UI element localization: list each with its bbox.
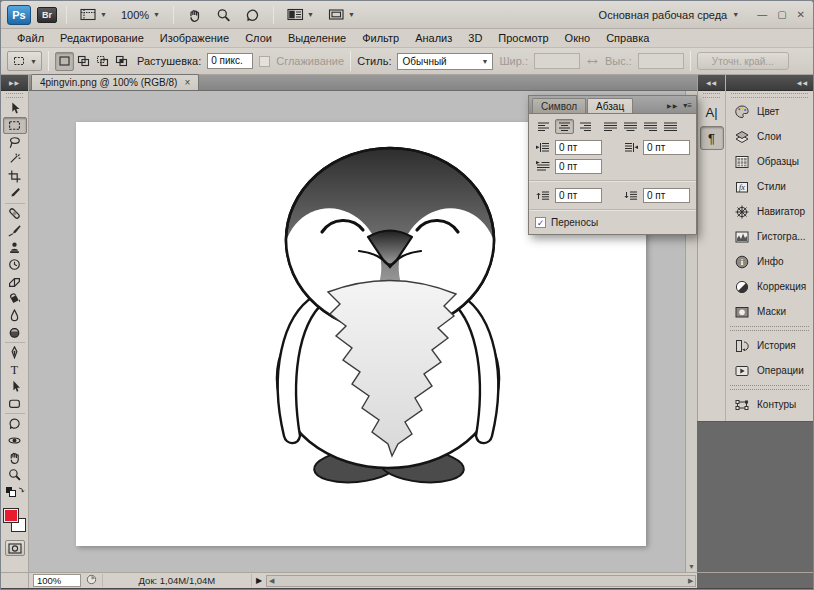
justify-last-left-button[interactable] (601, 119, 620, 134)
minimize-button[interactable]: — (757, 9, 767, 20)
menu-image[interactable]: Изображение (152, 30, 237, 46)
paragraph-panel-button[interactable]: ¶ (700, 126, 724, 150)
pen-tool[interactable] (3, 344, 27, 361)
intersect-selection-button[interactable] (112, 52, 131, 71)
character-panel-button[interactable]: A| (700, 100, 724, 124)
hyphenate-checkbox[interactable]: ✓ (535, 217, 546, 228)
screen-mode-button[interactable]: ▼ (324, 6, 359, 23)
panel-button-adjustments[interactable]: Коррекция (726, 274, 813, 299)
scroll-left-icon[interactable]: ◀ (269, 577, 274, 584)
shape-tool[interactable] (3, 395, 27, 412)
panel-button-actions[interactable]: Операции (726, 358, 813, 383)
tab-paragraph[interactable]: Абзац (587, 98, 633, 113)
menu-help[interactable]: Справка (598, 30, 657, 46)
indent-right-input[interactable]: 0 пт (643, 140, 690, 155)
panel-button-swatches[interactable]: Образцы (726, 149, 813, 174)
rectangular-marquee-tool[interactable] (3, 117, 27, 134)
menu-analysis[interactable]: Анализ (407, 30, 460, 46)
menu-window[interactable]: Окно (557, 30, 599, 46)
clone-stamp-tool[interactable] (3, 239, 27, 256)
burn-tool[interactable] (3, 324, 27, 341)
panel-button-histogram[interactable]: Гистогра... (726, 224, 813, 249)
panel-grip[interactable] (731, 93, 808, 98)
launch-bridge-button[interactable]: Br (37, 7, 57, 23)
type-dock-collapse-header[interactable]: ◀◀ (698, 75, 725, 91)
maximize-button[interactable]: ▢ (777, 9, 786, 20)
panel-button-navigator[interactable]: Навигатор (726, 199, 813, 224)
menu-layers[interactable]: Слои (237, 30, 280, 46)
foreground-color-swatch[interactable] (3, 508, 19, 523)
height-input[interactable] (638, 53, 684, 69)
justify-all-button[interactable] (661, 119, 680, 134)
document-size-info[interactable]: Док: 1,04M/1,04M (102, 574, 252, 587)
history-brush-tool[interactable] (3, 256, 27, 273)
menu-edit[interactable]: Редактирование (52, 30, 152, 46)
space-before-input[interactable]: 0 пт (555, 188, 602, 203)
width-input[interactable] (534, 53, 580, 69)
3d-rotate-tool[interactable] (3, 415, 27, 432)
move-tool[interactable] (3, 100, 27, 117)
panel-button-layers[interactable]: Слои (726, 124, 813, 149)
add-to-selection-button[interactable] (74, 52, 93, 71)
eraser-tool[interactable] (3, 273, 27, 290)
menu-select[interactable]: Выделение (280, 30, 354, 46)
3d-orbit-tool[interactable] (3, 432, 27, 449)
eyedropper-tool[interactable] (3, 185, 27, 202)
panel-button-masks[interactable]: Маски (726, 299, 813, 324)
panel-button-styles[interactable]: fx Стили (726, 174, 813, 199)
tools-panel-collapse-header[interactable]: ▶▶ (1, 75, 28, 91)
panel-grip[interactable] (703, 93, 720, 98)
align-center-button[interactable] (555, 119, 574, 134)
justify-last-center-button[interactable] (621, 119, 640, 134)
justify-last-right-button[interactable] (641, 119, 660, 134)
paint-bucket-tool[interactable] (3, 290, 27, 307)
scroll-down-icon[interactable]: ▼ (688, 563, 695, 570)
magic-wand-tool[interactable] (3, 151, 27, 168)
arrange-documents-button[interactable]: ▼ (283, 6, 318, 23)
hand-tool[interactable] (3, 449, 27, 466)
subtract-from-selection-button[interactable] (93, 52, 112, 71)
workspace-switcher[interactable]: Основная рабочая среда ▼ (593, 7, 746, 23)
type-tool[interactable]: T (3, 361, 27, 378)
default-colors-control[interactable] (5, 486, 25, 498)
new-selection-button[interactable] (55, 52, 74, 71)
tab-character[interactable]: Символ (532, 98, 586, 113)
indent-left-input[interactable]: 0 пт (555, 140, 602, 155)
tool-preset-picker[interactable]: ▼ (7, 51, 42, 71)
panel-collapse-icon[interactable]: ▶▶ (667, 102, 678, 109)
horizontal-scrollbar[interactable]: ◀ ▶ (266, 575, 696, 587)
lasso-tool[interactable] (3, 134, 27, 151)
zoom-tool[interactable] (3, 466, 27, 483)
align-left-button[interactable] (535, 119, 554, 134)
status-flyout-button[interactable]: ▶ (256, 576, 262, 585)
crop-tool[interactable] (3, 168, 27, 185)
panel-button-history[interactable]: История (726, 333, 813, 358)
zoom-level-select[interactable]: 100% ▼ (117, 7, 164, 23)
panel-menu-icon[interactable]: ▾≡ (683, 101, 692, 110)
panel-button-paths[interactable]: Контуры (726, 392, 813, 417)
blur-tool[interactable] (3, 307, 27, 324)
indent-first-line-input[interactable]: 0 пт (555, 159, 602, 174)
path-selection-tool[interactable] (3, 378, 27, 395)
feather-input[interactable]: 0 пикс. (207, 53, 253, 69)
menu-view[interactable]: Просмотр (490, 30, 556, 46)
panel-grip[interactable] (6, 93, 23, 98)
style-select[interactable]: Обычный ▼ (397, 53, 493, 70)
menu-file[interactable]: Файл (9, 30, 52, 46)
panel-button-color[interactable]: Цвет (726, 99, 813, 124)
healing-brush-tool[interactable] (3, 205, 27, 222)
status-zoom-input[interactable]: 100% (33, 574, 81, 587)
brush-tool[interactable] (3, 222, 27, 239)
antialias-checkbox[interactable] (259, 56, 270, 67)
document-tab[interactable]: 4pingvin.png @ 100% (RGB/8) × (31, 74, 199, 90)
hand-tool-button[interactable] (183, 6, 206, 24)
refine-edge-button[interactable]: Уточн. край... (697, 52, 789, 70)
panels-dock-collapse-header[interactable]: ◀◀ (726, 75, 813, 91)
view-extras-button[interactable]: ▼ (76, 6, 111, 23)
tab-close-icon[interactable]: × (184, 78, 190, 88)
space-after-input[interactable]: 0 пт (643, 188, 690, 203)
menu-filter[interactable]: Фильтр (354, 30, 407, 46)
menu-3d[interactable]: 3D (460, 30, 490, 46)
align-right-button[interactable] (575, 119, 594, 134)
close-button[interactable]: ✕ (797, 9, 805, 20)
